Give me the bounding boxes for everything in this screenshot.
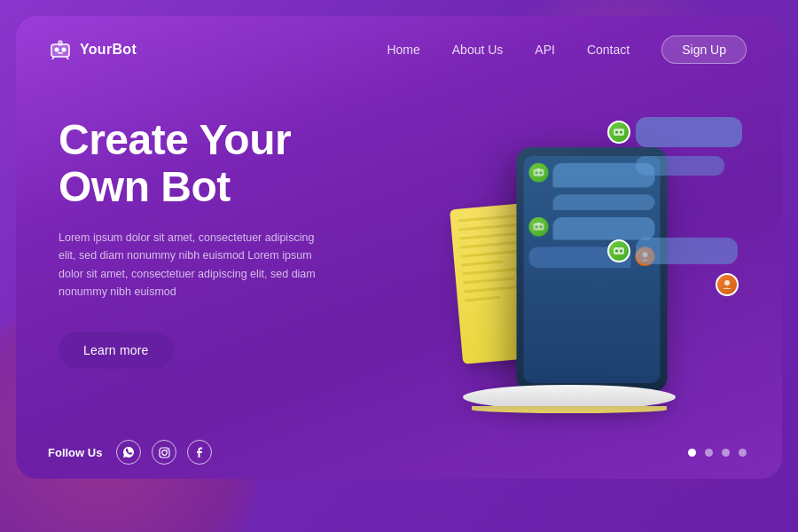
note-line	[465, 296, 500, 301]
svg-rect-14	[537, 223, 541, 224]
follow-label: Follow Us	[48, 446, 102, 459]
svg-point-18	[620, 131, 622, 134]
hero-left: Create Your Own Bot Lorem ipsum dolor si…	[59, 99, 392, 369]
page-dots	[688, 449, 747, 457]
dot-1[interactable]	[688, 449, 696, 457]
nav-link-contact[interactable]: Contact	[587, 43, 630, 57]
follow-section: Follow Us	[48, 440, 212, 465]
nav-link-api[interactable]: API	[535, 43, 555, 57]
bot-avatar-1	[529, 163, 549, 183]
hero-section: Create Your Own Bot Lorem ipsum dolor si…	[16, 64, 782, 436]
svg-rect-4	[59, 41, 62, 45]
signup-button[interactable]: Sign Up	[661, 35, 747, 64]
svg-rect-11	[534, 223, 544, 231]
facebook-icon[interactable]	[187, 440, 212, 465]
float-chat-3	[607, 238, 742, 264]
dot-4[interactable]	[739, 449, 747, 457]
instagram-icon[interactable]	[152, 440, 176, 465]
svg-rect-3	[58, 52, 63, 54]
floating-chat-area	[607, 117, 742, 296]
svg-rect-16	[614, 129, 624, 136]
float-bubble-3	[636, 238, 738, 264]
bot-avatar-2	[529, 217, 549, 237]
float-chat-2	[607, 156, 742, 176]
nav-link-home[interactable]: Home	[387, 43, 419, 57]
nav-links: Home About Us API Contact Sign Up	[387, 35, 747, 64]
svg-point-17	[615, 131, 618, 134]
svg-point-21	[620, 250, 622, 253]
float-chat-4	[607, 273, 742, 296]
learn-more-button[interactable]: Learn more	[59, 332, 174, 369]
svg-point-25	[167, 449, 168, 450]
svg-point-8	[536, 171, 538, 174]
whatsapp-icon[interactable]	[116, 440, 141, 465]
float-bot-avatar-2	[607, 239, 630, 262]
float-user-avatar	[716, 273, 739, 296]
hero-illustration	[392, 99, 747, 436]
logo-icon	[48, 40, 73, 59]
svg-point-2	[62, 48, 66, 52]
note-line	[461, 260, 503, 266]
note-line	[463, 277, 515, 284]
float-bubble-2	[636, 156, 724, 176]
hero-title: Create Your Own Bot	[59, 117, 392, 211]
float-bot-avatar	[607, 121, 630, 144]
svg-point-22	[724, 280, 730, 286]
svg-rect-19	[614, 247, 624, 254]
float-chat-1	[607, 117, 742, 147]
dot-3[interactable]	[722, 449, 730, 457]
svg-point-12	[536, 225, 538, 228]
float-bubble	[636, 117, 742, 147]
page-background: YourBot Home About Us API Contact Sign U…	[0, 0, 798, 532]
nav-link-about[interactable]: About Us	[452, 43, 504, 57]
navbar: YourBot Home About Us API Contact Sign U…	[16, 16, 782, 64]
svg-point-13	[540, 225, 543, 228]
svg-rect-7	[534, 169, 544, 176]
logo-text: YourBot	[80, 42, 137, 58]
hero-description: Lorem ipsum dolor sit amet, consectetuer…	[59, 229, 333, 302]
svg-point-9	[540, 171, 543, 174]
device-platform	[463, 385, 676, 410]
svg-rect-0	[51, 44, 69, 57]
logo[interactable]: YourBot	[48, 40, 137, 59]
svg-rect-23	[160, 448, 169, 458]
svg-point-20	[615, 250, 618, 253]
footer: Follow Us	[16, 426, 782, 479]
main-card: YourBot Home About Us API Contact Sign U…	[16, 16, 782, 479]
svg-point-24	[162, 450, 168, 455]
dot-2[interactable]	[705, 449, 713, 457]
social-icons	[116, 440, 212, 465]
svg-point-1	[55, 48, 59, 52]
svg-rect-10	[537, 168, 541, 170]
